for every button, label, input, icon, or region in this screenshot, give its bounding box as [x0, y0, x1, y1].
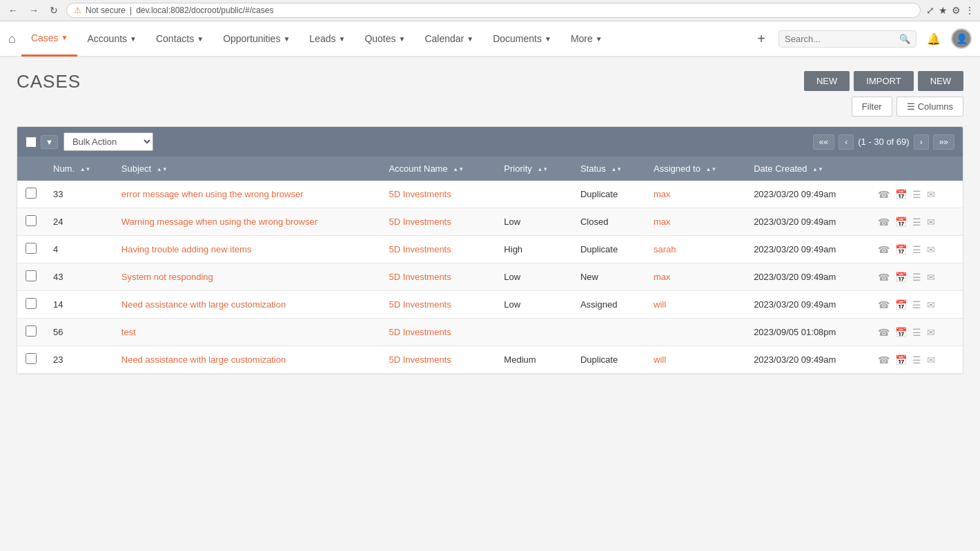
filter-button[interactable]: Filter: [852, 97, 892, 117]
email-icon[interactable]: ✉: [927, 354, 935, 365]
subject-link[interactable]: Having trouble adding new items: [121, 244, 252, 254]
nav-cases[interactable]: Cases ▼: [21, 21, 78, 57]
list-icon[interactable]: ☰: [912, 189, 921, 200]
calendar-icon[interactable]: 📅: [895, 244, 907, 255]
account-link[interactable]: 5D Investments: [389, 354, 451, 365]
phone-icon[interactable]: ☎: [878, 272, 890, 283]
subject-link[interactable]: System not responding: [121, 272, 213, 282]
forward-button[interactable]: →: [26, 3, 41, 17]
assigned-link[interactable]: will: [654, 299, 666, 310]
list-icon[interactable]: ☰: [912, 244, 921, 255]
email-icon[interactable]: ✉: [927, 244, 935, 255]
nav-opportunities[interactable]: Opportunities ▼: [213, 21, 300, 57]
assigned-link[interactable]: max: [654, 272, 671, 282]
checkbox-dropdown-button[interactable]: ▼: [41, 135, 58, 149]
list-icon[interactable]: ☰: [912, 272, 921, 283]
col-status[interactable]: Status ▲▼: [572, 157, 645, 181]
nav-contacts-label: Contacts: [156, 33, 194, 44]
back-button[interactable]: ←: [6, 3, 21, 17]
nav-more[interactable]: More ▼: [561, 21, 612, 57]
bulk-action-select[interactable]: Bulk Action Delete Mass Update Export: [63, 132, 153, 151]
star-icon[interactable]: ★: [939, 5, 948, 16]
account-link[interactable]: 5D Investments: [389, 327, 451, 337]
subject-link[interactable]: test: [121, 327, 136, 337]
phone-icon[interactable]: ☎: [878, 217, 890, 228]
home-icon[interactable]: ⌂: [8, 32, 16, 46]
nav-documents[interactable]: Documents ▼: [483, 21, 561, 57]
row-checkbox[interactable]: [26, 298, 37, 309]
email-icon[interactable]: ✉: [927, 189, 935, 200]
calendar-icon[interactable]: 📅: [895, 217, 907, 228]
phone-icon[interactable]: ☎: [878, 354, 890, 365]
search-input[interactable]: [785, 34, 899, 44]
col-date-created[interactable]: Date Created ▲▼: [745, 157, 870, 181]
import-button[interactable]: IMPORT: [854, 71, 913, 91]
col-assigned-to[interactable]: Assigned to ▲▼: [645, 157, 745, 181]
search-box[interactable]: 🔍: [778, 30, 917, 48]
subject-link[interactable]: Need assistance with large customization: [121, 354, 286, 365]
phone-icon[interactable]: ☎: [878, 244, 890, 255]
col-priority[interactable]: Priority ▲▼: [496, 157, 572, 181]
nav-contacts[interactable]: Contacts ▼: [146, 21, 213, 57]
search-icon[interactable]: 🔍: [899, 34, 910, 44]
next-page-button[interactable]: ›: [914, 134, 929, 150]
assigned-link[interactable]: max: [654, 189, 671, 199]
col-num[interactable]: Num. ▲▼: [45, 157, 113, 181]
row-checkbox[interactable]: [26, 270, 37, 281]
email-icon[interactable]: ✉: [927, 217, 935, 228]
prev-page-button[interactable]: ‹: [839, 134, 854, 150]
subject-link[interactable]: error message when using the wrong brows…: [121, 189, 304, 199]
add-button[interactable]: +: [751, 28, 772, 49]
nav-accounts[interactable]: Accounts ▼: [77, 21, 146, 57]
address-bar[interactable]: ⚠ Not secure | dev.local:8082/docroot/pu…: [66, 3, 921, 18]
account-link[interactable]: 5D Investments: [389, 299, 451, 310]
row-checkbox[interactable]: [26, 325, 37, 337]
row-checkbox[interactable]: [26, 188, 37, 199]
calendar-icon[interactable]: 📅: [895, 354, 907, 365]
calendar-icon[interactable]: 📅: [895, 189, 907, 200]
row-checkbox[interactable]: [26, 243, 37, 254]
calendar-icon[interactable]: 📅: [895, 272, 907, 283]
assigned-link[interactable]: will: [654, 354, 666, 365]
subject-link[interactable]: Warning message when using the wrong bro…: [121, 217, 317, 227]
master-checkbox[interactable]: [26, 137, 37, 148]
assigned-link[interactable]: max: [654, 217, 671, 227]
menu-icon[interactable]: ⋮: [965, 5, 974, 16]
notifications-icon[interactable]: 🔔: [923, 28, 944, 49]
list-icon[interactable]: ☰: [912, 217, 921, 228]
subject-link[interactable]: Need assistance with large customization: [121, 299, 286, 310]
columns-button[interactable]: ☰ Columns: [896, 97, 963, 117]
col-subject[interactable]: Subject ▲▼: [113, 157, 381, 181]
email-icon[interactable]: ✉: [927, 299, 935, 310]
phone-icon[interactable]: ☎: [878, 189, 890, 200]
row-checkbox[interactable]: [26, 353, 37, 364]
last-page-button[interactable]: »»: [933, 134, 954, 150]
avatar[interactable]: 👤: [951, 28, 972, 49]
calendar-icon[interactable]: 📅: [895, 327, 907, 338]
email-icon[interactable]: ✉: [927, 327, 935, 338]
account-link[interactable]: 5D Investments: [389, 272, 451, 282]
refresh-button[interactable]: ↻: [47, 3, 61, 17]
new-button-2[interactable]: NEW: [918, 71, 963, 91]
assigned-link[interactable]: sarah: [654, 244, 676, 254]
col-account-name[interactable]: Account Name ▲▼: [380, 157, 496, 181]
list-icon[interactable]: ☰: [912, 354, 921, 365]
nav-quotes[interactable]: Quotes ▼: [355, 21, 415, 57]
extensions-icon[interactable]: ⚙: [952, 5, 961, 16]
first-page-button[interactable]: ««: [813, 134, 834, 150]
nav-leads[interactable]: Leads ▼: [300, 21, 355, 57]
row-checkbox[interactable]: [26, 215, 37, 226]
phone-icon[interactable]: ☎: [878, 299, 890, 310]
list-icon[interactable]: ☰: [912, 327, 921, 338]
account-link[interactable]: 5D Investments: [389, 189, 451, 199]
phone-icon[interactable]: ☎: [878, 327, 890, 338]
share-icon[interactable]: ⤢: [926, 5, 934, 16]
nav-calendar[interactable]: Calendar ▼: [415, 21, 483, 57]
calendar-icon[interactable]: 📅: [895, 299, 907, 310]
account-link[interactable]: 5D Investments: [389, 217, 451, 227]
new-button-1[interactable]: NEW: [804, 71, 850, 91]
row-checkbox-cell: [17, 291, 45, 319]
account-link[interactable]: 5D Investments: [389, 244, 451, 254]
email-icon[interactable]: ✉: [927, 272, 935, 283]
list-icon[interactable]: ☰: [912, 299, 921, 310]
